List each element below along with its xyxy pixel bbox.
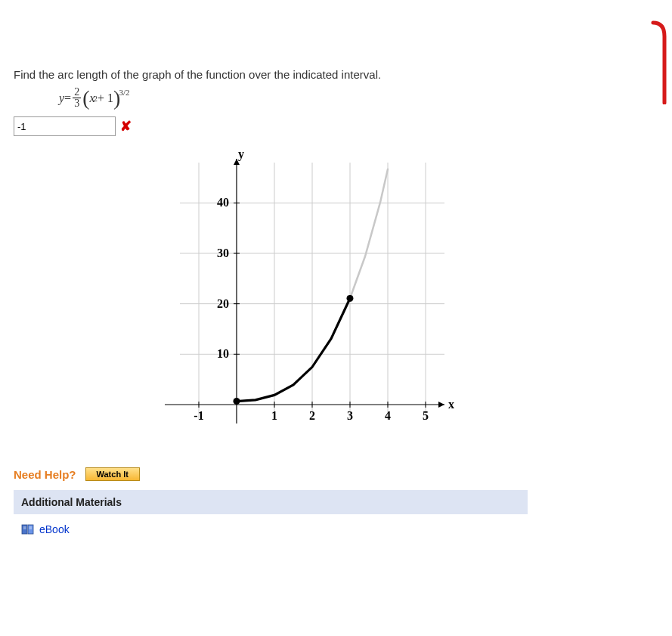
equation: y = 2 3 ( x 2 + 1 ) 3/2 xyxy=(14,87,543,109)
need-help-label: Need Help? xyxy=(14,468,76,481)
svg-text:20: 20 xyxy=(217,297,229,310)
additional-materials-header: Additional Materials xyxy=(14,490,528,514)
svg-marker-12 xyxy=(438,402,444,408)
book-icon xyxy=(21,524,35,535)
question-block: Find the arc length of the graph of the … xyxy=(0,0,543,544)
annotation-mark xyxy=(627,14,672,104)
ebook-link[interactable]: eBook xyxy=(39,523,70,535)
graph: -11234510203040xy xyxy=(89,147,543,452)
equation-fraction: 2 3 xyxy=(73,87,81,109)
answer-row: ✘ xyxy=(14,116,543,136)
answer-input[interactable] xyxy=(14,116,116,136)
svg-rect-38 xyxy=(22,525,27,534)
wrong-icon: ✘ xyxy=(120,118,132,135)
svg-text:4: 4 xyxy=(385,409,391,422)
svg-text:30: 30 xyxy=(217,247,229,259)
svg-text:40: 40 xyxy=(217,196,229,209)
svg-text:-1: -1 xyxy=(194,409,203,422)
need-help-row: Need Help? Watch It xyxy=(14,467,543,481)
question-prompt: Find the arc length of the graph of the … xyxy=(14,68,543,81)
svg-text:x: x xyxy=(448,398,454,411)
equation-paren-group: ( x 2 + 1 ) xyxy=(82,92,120,105)
svg-text:y: y xyxy=(238,147,244,161)
equation-outer-power: 3/2 xyxy=(119,88,129,97)
equation-lhs: y xyxy=(59,92,64,105)
svg-text:2: 2 xyxy=(309,409,315,422)
svg-text:1: 1 xyxy=(271,409,277,422)
watch-it-button[interactable]: Watch It xyxy=(85,467,140,481)
equation-eq: = xyxy=(64,92,71,105)
svg-text:5: 5 xyxy=(423,409,429,422)
ebook-row[interactable]: eBook xyxy=(14,514,528,544)
svg-point-37 xyxy=(347,295,354,302)
svg-text:10: 10 xyxy=(217,347,229,360)
svg-text:3: 3 xyxy=(347,409,353,422)
svg-point-36 xyxy=(234,398,240,405)
svg-rect-39 xyxy=(28,525,33,534)
